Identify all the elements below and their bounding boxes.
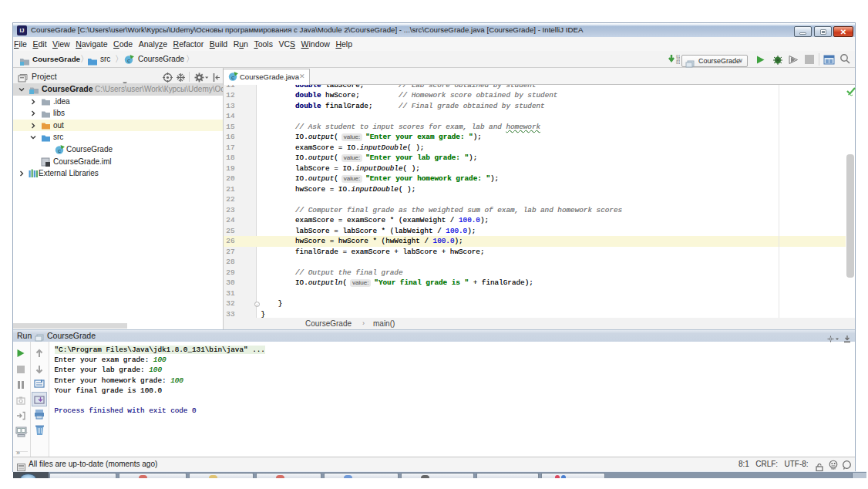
svg-text:c: c — [58, 147, 61, 153]
svg-text:»: » — [16, 449, 20, 457]
svg-text:c: c — [127, 57, 130, 64]
svg-text:01: 01 — [676, 61, 680, 65]
svg-text:c: c — [231, 74, 234, 81]
